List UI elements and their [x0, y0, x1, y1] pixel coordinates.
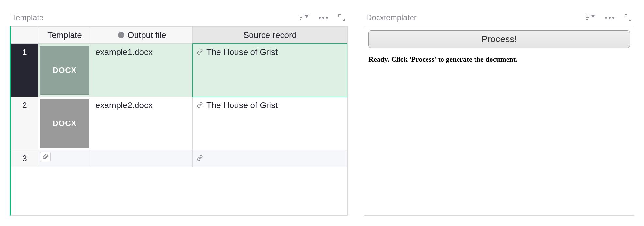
docxtemplater-panel-header: Docxtemplater: [364, 13, 634, 26]
svg-rect-9: [121, 33, 121, 34]
source-record-cell[interactable]: [193, 150, 347, 167]
new-row[interactable]: 3: [11, 150, 347, 167]
docx-thumb-icon: DOCX: [40, 99, 89, 148]
svg-point-14: [605, 17, 607, 19]
column-header-source-record[interactable]: Source record: [193, 27, 347, 44]
link-icon: [197, 102, 203, 108]
template-attachment-cell[interactable]: DOCX: [38, 97, 91, 150]
row-number[interactable]: 3: [11, 150, 38, 167]
svg-point-6: [326, 17, 328, 19]
process-button[interactable]: Process!: [368, 30, 630, 48]
docxtemplater-widget: Process! Ready. Click 'Process' to gener…: [364, 26, 634, 216]
expand-icon[interactable]: [624, 13, 632, 22]
template-attachment-cell[interactable]: [38, 150, 91, 167]
table-row[interactable]: 2 DOCX example2.docx: [11, 97, 347, 150]
table-row[interactable]: 1 DOCX example1.docx: [11, 44, 347, 97]
template-table[interactable]: Template Output file Source record 1: [10, 26, 348, 216]
output-file-cell[interactable]: [91, 150, 193, 167]
row-number[interactable]: 1: [11, 44, 38, 97]
row-number[interactable]: 2: [11, 97, 38, 150]
template-panel-header: Template: [10, 13, 348, 26]
svg-point-5: [322, 17, 324, 19]
svg-marker-3: [305, 15, 309, 18]
docxtemplater-panel: Docxtemplater Process: [364, 13, 634, 216]
svg-point-16: [612, 17, 614, 19]
rownum-header: [11, 27, 38, 44]
column-header-template[interactable]: Template: [38, 27, 91, 44]
output-file-cell[interactable]: example1.docx: [91, 44, 193, 97]
sort-filter-icon[interactable]: [299, 13, 309, 22]
status-message: Ready. Click 'Process' to generate the d…: [368, 55, 630, 64]
svg-point-4: [319, 17, 321, 19]
link-icon: [197, 48, 203, 55]
link-icon: [197, 155, 203, 161]
more-menu-icon[interactable]: [604, 16, 615, 20]
expand-icon[interactable]: [337, 13, 346, 22]
output-file-cell[interactable]: example2.docx: [91, 97, 193, 150]
docx-thumb-icon: DOCX: [40, 46, 89, 95]
attachment-icon[interactable]: [40, 152, 51, 162]
svg-point-15: [609, 17, 611, 19]
template-panel: Template: [10, 13, 348, 216]
template-attachment-cell[interactable]: DOCX: [38, 44, 91, 97]
svg-rect-8: [121, 34, 121, 37]
template-panel-title: Template: [12, 13, 299, 22]
column-header-output-file[interactable]: Output file: [91, 27, 193, 44]
sort-filter-icon[interactable]: [585, 13, 596, 22]
source-record-cell[interactable]: The House of Grist: [193, 97, 347, 150]
more-menu-icon[interactable]: [318, 16, 329, 20]
source-record-cell[interactable]: The House of Grist: [193, 44, 347, 97]
docxtemplater-panel-title: Docxtemplater: [366, 13, 585, 22]
info-icon: [118, 31, 125, 39]
svg-marker-13: [591, 15, 595, 18]
